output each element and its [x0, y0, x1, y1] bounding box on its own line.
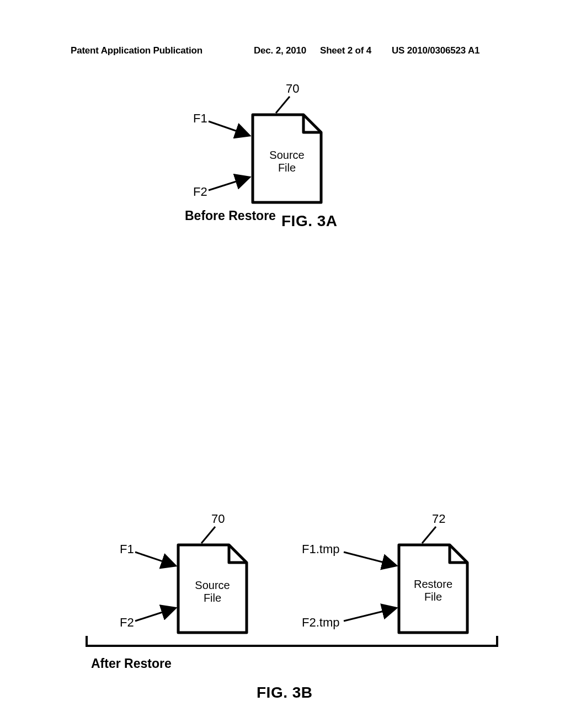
- file-icon-restore-3b: RestoreFile: [397, 543, 469, 634]
- svg-line-1: [209, 121, 248, 135]
- svg-line-5: [135, 608, 174, 621]
- svg-line-7: [344, 552, 395, 565]
- fig-label-3a: FIG. 3A: [281, 212, 338, 230]
- refnum-72-3b: 72: [432, 512, 445, 526]
- ref-f1-3b-left: F1: [120, 542, 134, 556]
- file-icon-source-3a: SourceFile: [251, 113, 323, 204]
- ref-f2-3a: F2: [193, 185, 207, 199]
- bracket-3b: [86, 636, 498, 647]
- refnum-70-3b: 70: [211, 512, 225, 526]
- file-icon-source-3b: SourceFile: [177, 543, 248, 634]
- ref-f2-3b-left: F2: [120, 615, 134, 630]
- svg-line-0: [276, 97, 290, 113]
- file-text-restore-3b: RestoreFile: [397, 578, 469, 603]
- caption-after-restore: After Restore: [91, 656, 172, 671]
- svg-line-2: [209, 178, 248, 190]
- svg-line-3: [201, 527, 215, 543]
- ref-f1-3a: F1: [193, 111, 207, 126]
- refnum-70-3a: 70: [286, 82, 299, 96]
- file-text-source-3a: SourceFile: [251, 149, 323, 174]
- figure-3b: 70 SourceFile F1 F2 72 RestoreFile F1.tm…: [0, 483, 565, 720]
- ref-f1tmp-3b: F1.tmp: [302, 542, 339, 556]
- caption-before-restore: Before Restore: [185, 208, 276, 223]
- ref-f2tmp-3b: F2.tmp: [302, 615, 339, 630]
- svg-line-6: [422, 527, 436, 543]
- figure-3a: 70 SourceFile F1 F2 Before: [0, 0, 565, 237]
- svg-line-4: [135, 552, 174, 565]
- fig-label-3b: FIG. 3B: [257, 684, 313, 702]
- svg-line-8: [344, 608, 395, 621]
- file-text-source-3b: SourceFile: [177, 579, 248, 604]
